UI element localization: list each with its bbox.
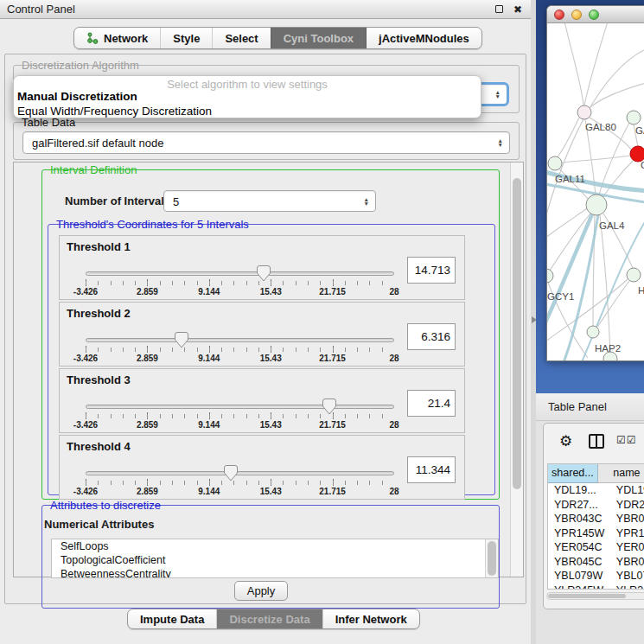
threshold-2-label: Threshold 2 [67, 307, 131, 320]
slider-track[interactable] [86, 338, 394, 342]
list-scrollbar[interactable] [485, 539, 498, 578]
tab-network-label: Network [104, 32, 148, 45]
threshold-4-slider[interactable]: -3.426 2.859 9.144 15.43 21.715 28 [86, 467, 394, 498]
tab-cyni-toolbox[interactable]: Cyni Toolbox [271, 28, 366, 48]
num-intervals-combobox[interactable]: 5 ▲▼ [163, 190, 376, 212]
column-header-shared-name[interactable]: shared... [548, 464, 598, 483]
tab-discretize-data-label: Discretize Data [229, 613, 309, 626]
table-panel: ⚙ ☑☑ shared... name YDL19...YDL19 YDR27.… [543, 423, 644, 609]
threshold-3-slider-thumb[interactable] [322, 399, 336, 415]
tab-select-label: Select [225, 32, 258, 45]
combo-arrows-icon: ▲▼ [364, 197, 369, 206]
network-view-window[interactable]: GAL80 GA C GAL11 GAL4 GCY1 H HAP2 [546, 5, 644, 361]
threshold-1-value-field[interactable]: 14.713 [407, 257, 456, 284]
threshold-1-slider[interactable]: -3.426 2.859 9.144 15.43 21.715 28 [86, 267, 394, 298]
column-header-name[interactable]: name [598, 464, 644, 483]
slider-track[interactable] [86, 405, 394, 409]
tab-jactivemnodules[interactable]: jActiveMNodules [366, 28, 481, 48]
threshold-1-slider-thumb[interactable] [257, 265, 271, 282]
tab-impute-data-label: Impute Data [140, 613, 204, 626]
threshold-2-slider[interactable]: -3.426 2.859 9.144 15.43 21.715 28 [86, 334, 394, 365]
network-canvas[interactable]: GAL80 GA C GAL11 GAL4 GCY1 H HAP2 [547, 23, 644, 361]
table-data-combobox[interactable]: galFiltered.sif default node ▲▼ [22, 131, 510, 154]
network-graph: GAL80 GA C GAL11 GAL4 GCY1 H HAP2 [547, 23, 644, 361]
slider-track[interactable] [86, 471, 394, 475]
table-row[interactable]: YDL19...YDL19 [548, 483, 644, 498]
threshold-3-value-field[interactable]: 21.4 [407, 390, 456, 417]
node-gal4[interactable] [586, 194, 607, 215]
table-row[interactable]: YPR145WYPR14 [548, 526, 644, 541]
tab-infer-network-label: Infer Network [335, 613, 407, 626]
scrollbar-thumb[interactable] [548, 594, 626, 598]
gear-icon[interactable]: ⚙ [559, 432, 572, 450]
table-data-group: Table Data galFiltered.sif default node … [13, 122, 520, 160]
table-data-value: galFiltered.sif default node [32, 137, 163, 150]
zoom-traffic-light-icon[interactable] [589, 10, 599, 20]
threshold-4-value-field[interactable]: 11.344 [407, 456, 456, 483]
tab-cyni-toolbox-label: Cyni Toolbox [284, 32, 354, 45]
table-row[interactable]: YLR345WYLR34 [548, 583, 644, 590]
settings-vertical-scrollbar[interactable] [510, 163, 523, 577]
node-label-ga: GA [635, 125, 644, 136]
interval-definition-title: Interval Definition [48, 163, 139, 176]
list-item[interactable]: TopologicalCoefficient [52, 553, 498, 567]
tab-infer-network[interactable]: Infer Network [322, 609, 419, 628]
threshold-2-value-field[interactable]: 6.316 [407, 323, 456, 350]
numerical-attributes-list[interactable]: SelfLoops TopologicalCoefficient Between… [51, 539, 499, 578]
node-label-gal11: GAL11 [555, 174, 585, 184]
scrollbar-thumb[interactable] [513, 178, 521, 489]
list-item[interactable]: SelfLoops [52, 539, 498, 553]
algorithm-placeholder-item: Select algorithm to view settings [14, 78, 481, 91]
table-row[interactable]: YDR27...YDR27 [548, 498, 644, 513]
network-desktop-background: GAL80 GA C GAL11 GAL4 GCY1 H HAP2 [536, 0, 644, 393]
threshold-3-slider[interactable]: -3.426 2.859 9.144 15.43 21.715 28 [86, 400, 394, 431]
node-top-right[interactable] [627, 111, 641, 124]
settings-scrollpane: Interval Definition Number of Intervals … [13, 162, 524, 577]
node-gal11[interactable] [548, 156, 562, 170]
threshold-4-slider-thumb[interactable] [224, 465, 238, 481]
table-row[interactable]: YBR045CYBR04 [548, 555, 644, 570]
slider-tick-labels: -3.426 2.859 9.144 15.43 21.715 28 [86, 487, 394, 497]
node-label-gcy1: GCY1 [547, 291, 574, 302]
node-gcy1[interactable] [547, 269, 553, 283]
node-label-h: H [638, 285, 644, 296]
interval-definition-group: Interval Definition Number of Intervals … [41, 169, 500, 500]
tab-discretize-data[interactable]: Discretize Data [216, 609, 322, 628]
threshold-2-slider-thumb[interactable] [175, 332, 188, 348]
table-header-row: shared... name [548, 464, 644, 483]
threshold-4-box: Threshold 4 -3.426 2.859 [59, 435, 465, 500]
tab-select[interactable]: Select [212, 28, 270, 48]
tab-style[interactable]: Style [160, 28, 212, 48]
slider-minor-ticks [86, 481, 394, 485]
split-columns-icon[interactable] [589, 434, 604, 449]
minimize-traffic-light-icon[interactable] [571, 10, 582, 20]
list-item[interactable]: BetweennessCentrality [52, 567, 498, 578]
node-h[interactable] [627, 268, 641, 282]
node-gal80[interactable] [577, 105, 591, 119]
node-hap2[interactable] [587, 326, 599, 338]
algorithm-option-manual[interactable]: Manual Discretization [17, 90, 137, 103]
close-traffic-light-icon[interactable] [554, 10, 564, 20]
node-label-gal4: GAL4 [599, 220, 625, 231]
slider-tick-labels: -3.426 2.859 9.144 15.43 21.715 28 [86, 420, 394, 430]
algorithm-option-equal-width[interactable]: Equal Width/Frequency Discretization [17, 105, 212, 118]
table-row[interactable]: YBR043CYBR04 [548, 512, 644, 526]
slider-minor-ticks [86, 281, 394, 285]
thresholds-group: Threshold's Coordinates for 5 Intervals … [48, 224, 495, 495]
float-window-icon[interactable] [493, 3, 505, 16]
control-panel-titlebar: Control Panel ✖ [0, 0, 531, 19]
node-label-c: C [641, 160, 644, 170]
select-columns-icon[interactable]: ☑☑ [616, 434, 637, 446]
table-row[interactable]: YBL079WYBL07 [548, 569, 644, 583]
control-panel-tabs: Network Style Select Cyni Toolbox jActiv… [73, 27, 482, 49]
slider-track[interactable] [86, 271, 394, 276]
tab-impute-data[interactable]: Impute Data [128, 609, 216, 628]
tab-network[interactable]: Network [74, 28, 160, 48]
network-window-titlebar[interactable] [547, 6, 644, 23]
table-row[interactable]: YER054CYER05 [548, 540, 644, 555]
apply-button[interactable]: Apply [234, 581, 288, 601]
table-panel-toolbar: ⚙ ☑☑ [544, 430, 644, 456]
close-icon[interactable]: ✖ [512, 3, 524, 16]
slider-minor-ticks [86, 348, 394, 352]
table-horizontal-scrollbar[interactable] [546, 592, 644, 600]
